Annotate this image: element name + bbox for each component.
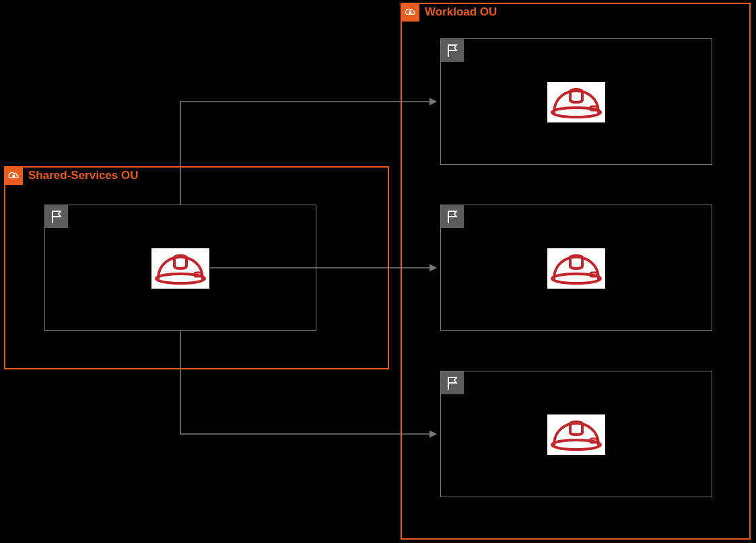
workload-account-box <box>440 205 712 331</box>
ou-title: Shared-Services OU <box>23 169 138 182</box>
hardhat-icon <box>151 248 209 289</box>
flag-icon <box>441 205 464 228</box>
workload-account-box <box>440 371 712 497</box>
workload-account-box <box>440 38 712 165</box>
svg-rect-1 <box>409 11 411 14</box>
svg-point-12 <box>552 440 600 449</box>
hardhat-icon <box>547 82 605 122</box>
svg-point-3 <box>156 274 205 283</box>
flag-icon <box>441 39 464 62</box>
svg-rect-0 <box>12 175 15 178</box>
hardhat-icon <box>547 414 605 455</box>
cloud-lock-icon <box>401 3 419 22</box>
ou-title: Workload OU <box>419 5 497 19</box>
ou-header: Shared-Services OU <box>4 166 138 185</box>
svg-point-9 <box>552 274 600 283</box>
flag-icon <box>441 371 464 394</box>
cloud-lock-icon <box>4 166 23 185</box>
shared-account-box <box>44 205 316 331</box>
svg-point-6 <box>552 108 600 117</box>
hardhat-icon <box>547 248 605 289</box>
ou-header: Workload OU <box>401 3 497 22</box>
flag-icon <box>45 205 68 228</box>
